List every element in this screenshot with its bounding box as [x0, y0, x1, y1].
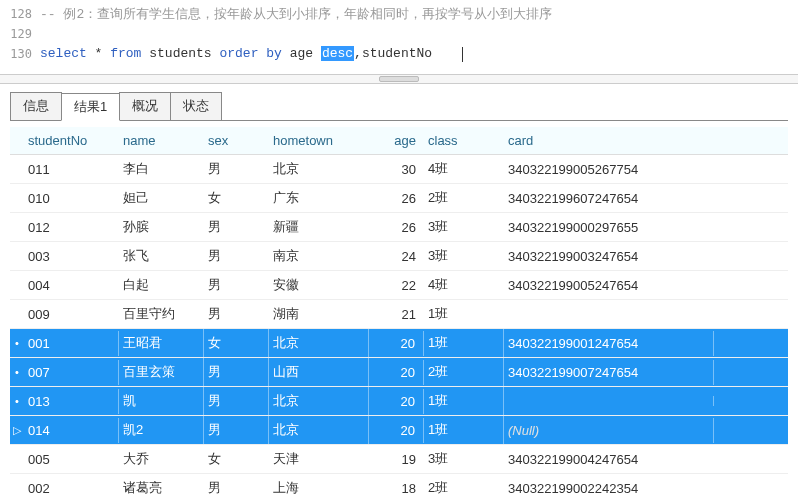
cell-hometown: 北京	[269, 155, 369, 183]
cell-sex: 男	[204, 271, 269, 299]
cell-studentno: 004	[24, 273, 119, 298]
cell-hometown: 天津	[269, 445, 369, 473]
cell-card: 340322199003247654	[504, 244, 714, 269]
row-indicator-icon: •	[10, 366, 24, 378]
cell-age: 21	[369, 302, 424, 327]
cell-studentno: 012	[24, 215, 119, 240]
cell-sex: 女	[204, 445, 269, 473]
cell-class: 4班	[424, 271, 504, 299]
cell-age: 18	[369, 476, 424, 501]
table-row[interactable]: 002诸葛亮男上海182班340322199002242354	[10, 474, 788, 500]
cell-age: 30	[369, 157, 424, 182]
cell-card: 340322199005247654	[504, 273, 714, 298]
col-header-sex[interactable]: sex	[204, 127, 269, 154]
cell-name: 诸葛亮	[119, 474, 204, 500]
col-header-class[interactable]: class	[424, 127, 504, 154]
cell-studentno: 007	[24, 360, 119, 385]
cell-name: 百里守约	[119, 300, 204, 328]
cell-age: 20	[369, 389, 424, 414]
cell-class: 2班	[424, 358, 504, 386]
cell-name: 凯2	[119, 416, 204, 444]
cell-sex: 男	[204, 474, 269, 500]
cell-hometown: 北京	[269, 416, 369, 444]
cell-studentno: 001	[24, 331, 119, 356]
col-header-hometown[interactable]: hometown	[269, 127, 369, 154]
cell-class: 4班	[424, 155, 504, 183]
table-row[interactable]: 004白起男安徽224班340322199005247654	[10, 271, 788, 300]
cell-sex: 男	[204, 387, 269, 415]
col-header-studentno[interactable]: studentNo	[24, 127, 119, 154]
cell-hometown: 南京	[269, 242, 369, 270]
cell-studentno: 005	[24, 447, 119, 472]
cell-hometown: 上海	[269, 474, 369, 500]
table-row[interactable]: 010妲己女广东262班340322199607247654	[10, 184, 788, 213]
cell-class: 1班	[424, 416, 504, 444]
cell-age: 22	[369, 273, 424, 298]
table-row[interactable]: 012孙膑男新疆263班340322199000297655	[10, 213, 788, 242]
table-row[interactable]: 009百里守约男湖南211班	[10, 300, 788, 329]
cell-name: 张飞	[119, 242, 204, 270]
col-header-card[interactable]: card	[504, 127, 714, 154]
result-tabs: 信息结果1概况状态	[10, 92, 788, 121]
cell-card: 340322199002242354	[504, 476, 714, 501]
table-row[interactable]: •001王昭君女北京201班340322199001247654	[10, 329, 788, 358]
cell-sex: 男	[204, 416, 269, 444]
editor-line: 130 select * from students order by age …	[0, 44, 798, 64]
cell-name: 白起	[119, 271, 204, 299]
table-row[interactable]: 011李白男北京304班340322199005267754	[10, 155, 788, 184]
selected-keyword: desc	[321, 46, 354, 61]
cell-studentno: 010	[24, 186, 119, 211]
cell-class: 1班	[424, 329, 504, 357]
row-indicator-icon: •	[10, 337, 24, 349]
splitter-handle-icon	[379, 76, 419, 82]
cell-name: 李白	[119, 155, 204, 183]
editor-line: 128 -- 例2：查询所有学生信息，按年龄从大到小排序，年龄相同时，再按学号从…	[0, 4, 798, 24]
cell-name: 王昭君	[119, 329, 204, 357]
cell-hometown: 广东	[269, 184, 369, 212]
cell-class: 1班	[424, 387, 504, 415]
horizontal-splitter[interactable]	[0, 74, 798, 84]
cell-sex: 女	[204, 184, 269, 212]
result-grid[interactable]: studentNo name sex hometown age class ca…	[10, 127, 788, 500]
cell-studentno: 011	[24, 157, 119, 182]
cell-age: 20	[369, 418, 424, 443]
cell-hometown: 新疆	[269, 213, 369, 241]
tab-result1[interactable]: 结果1	[61, 93, 120, 121]
table-row[interactable]: 003张飞男南京243班340322199003247654	[10, 242, 788, 271]
cell-sex: 女	[204, 329, 269, 357]
cell-class: 3班	[424, 213, 504, 241]
editor-line: 129	[0, 24, 798, 44]
cell-sex: 男	[204, 155, 269, 183]
table-row[interactable]: •007百里玄策男山西202班340322199007247654	[10, 358, 788, 387]
col-header-name[interactable]: name	[119, 127, 204, 154]
cell-hometown: 山西	[269, 358, 369, 386]
cell-studentno: 009	[24, 302, 119, 327]
cell-class: 2班	[424, 184, 504, 212]
cell-name: 孙膑	[119, 213, 204, 241]
cell-card: 340322199001247654	[504, 331, 714, 356]
cell-studentno: 003	[24, 244, 119, 269]
tab-status[interactable]: 状态	[170, 92, 222, 120]
cell-name: 妲己	[119, 184, 204, 212]
cell-hometown: 湖南	[269, 300, 369, 328]
table-row[interactable]: •013凯男北京201班	[10, 387, 788, 416]
cell-studentno: 013	[24, 389, 119, 414]
line-number: 129	[0, 27, 40, 41]
cell-studentno: 014	[24, 418, 119, 443]
tab-overview[interactable]: 概况	[119, 92, 171, 120]
text-cursor-icon	[462, 47, 463, 62]
cell-hometown: 安徽	[269, 271, 369, 299]
row-indicator-icon: •	[10, 395, 24, 407]
cell-card: 340322199005267754	[504, 157, 714, 182]
cell-class: 3班	[424, 445, 504, 473]
col-header-age[interactable]: age	[369, 127, 424, 154]
code-comment: -- 例2：查询所有学生信息，按年龄从大到小排序，年龄相同时，再按学号从小到大排…	[40, 5, 552, 23]
cell-card: 340322199004247654	[504, 447, 714, 472]
tab-info[interactable]: 信息	[10, 92, 62, 120]
cell-age: 26	[369, 186, 424, 211]
cell-card	[504, 396, 714, 406]
table-row[interactable]: 005大乔女天津193班340322199004247654	[10, 445, 788, 474]
sql-editor[interactable]: 128 -- 例2：查询所有学生信息，按年龄从大到小排序，年龄相同时，再按学号从…	[0, 0, 798, 68]
cell-card: 340322199607247654	[504, 186, 714, 211]
table-row[interactable]: ▷014凯2男北京201班(Null)	[10, 416, 788, 445]
